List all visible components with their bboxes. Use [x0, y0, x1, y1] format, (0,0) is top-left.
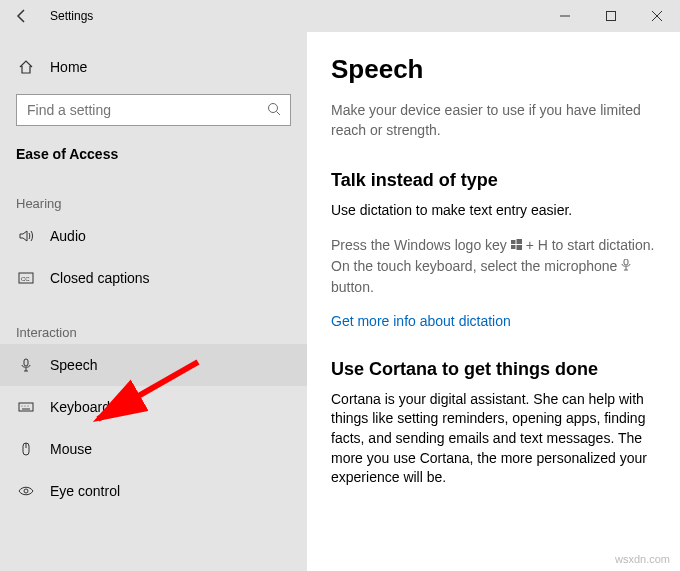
search-icon	[267, 102, 281, 119]
svg-line-3	[277, 112, 281, 116]
sidebar-category: Ease of Access	[0, 132, 307, 170]
sidebar-item-mouse[interactable]: Mouse	[0, 428, 307, 470]
section2-title: Use Cortana to get things done	[331, 359, 656, 380]
microphone-icon	[16, 357, 36, 373]
eye-icon	[16, 483, 36, 499]
maximize-icon	[606, 11, 616, 21]
svg-rect-6	[24, 359, 28, 366]
section1-title: Talk instead of type	[331, 170, 656, 191]
dictation-info-link[interactable]: Get more info about dictation	[331, 313, 511, 329]
minimize-icon	[560, 11, 570, 21]
main-pane: Speech Make your device easier to use if…	[307, 32, 680, 571]
page-intro: Make your device easier to use if you ha…	[331, 101, 656, 140]
sidebar-item-eye-control[interactable]: Eye control	[0, 470, 307, 512]
sidebar-item-closed-captions[interactable]: CC Closed captions	[0, 257, 307, 299]
close-button[interactable]	[634, 0, 680, 32]
microphone-inline-icon	[621, 256, 631, 277]
sidebar-group-hearing: Hearing	[0, 170, 307, 215]
svg-point-2	[269, 104, 278, 113]
svg-text:CC: CC	[21, 276, 30, 282]
sidebar-item-label: Mouse	[50, 441, 92, 457]
sidebar-item-label: Speech	[50, 357, 97, 373]
minimize-button[interactable]	[542, 0, 588, 32]
sidebar-item-label: Closed captions	[50, 270, 150, 286]
svg-rect-1	[607, 12, 616, 21]
cc-icon: CC	[16, 270, 36, 286]
search-input[interactable]	[16, 94, 291, 126]
svg-point-14	[24, 489, 28, 493]
window-title: Settings	[50, 9, 93, 23]
svg-point-9	[22, 406, 23, 407]
maximize-button[interactable]	[588, 0, 634, 32]
svg-rect-15	[511, 240, 516, 244]
svg-rect-19	[624, 259, 628, 265]
back-arrow-icon	[14, 8, 30, 24]
back-button[interactable]	[0, 0, 44, 32]
watermark: wsxdn.com	[615, 553, 670, 565]
mouse-icon	[16, 441, 36, 457]
section1-line1: Use dictation to make text entry easier.	[331, 201, 656, 221]
svg-rect-17	[511, 245, 516, 249]
sidebar-home[interactable]: Home	[0, 46, 307, 88]
sidebar-home-label: Home	[50, 59, 87, 75]
sidebar-item-audio[interactable]: Audio	[0, 215, 307, 257]
section2-body: Cortana is your digital assistant. She c…	[331, 390, 656, 488]
audio-icon	[16, 228, 36, 244]
keyboard-icon	[16, 399, 36, 415]
hint-text-c: button.	[331, 279, 374, 295]
page-title: Speech	[331, 54, 656, 85]
svg-point-10	[25, 406, 26, 407]
sidebar-item-speech[interactable]: Speech	[0, 344, 307, 386]
sidebar: Home Ease of Access Hearing Audio CC Clo…	[0, 32, 307, 571]
sidebar-item-label: Audio	[50, 228, 86, 244]
svg-point-11	[28, 406, 29, 407]
section1-hint: Press the Windows logo key + H to start …	[331, 235, 656, 298]
sidebar-item-label: Keyboard	[50, 399, 110, 415]
hint-text-a: Press the Windows logo key	[331, 237, 511, 253]
close-icon	[652, 11, 662, 21]
windows-logo-icon	[511, 237, 522, 255]
home-icon	[16, 59, 36, 75]
sidebar-item-keyboard[interactable]: Keyboard	[0, 386, 307, 428]
sidebar-item-label: Eye control	[50, 483, 120, 499]
svg-rect-7	[19, 403, 33, 411]
sidebar-group-interaction: Interaction	[0, 299, 307, 344]
